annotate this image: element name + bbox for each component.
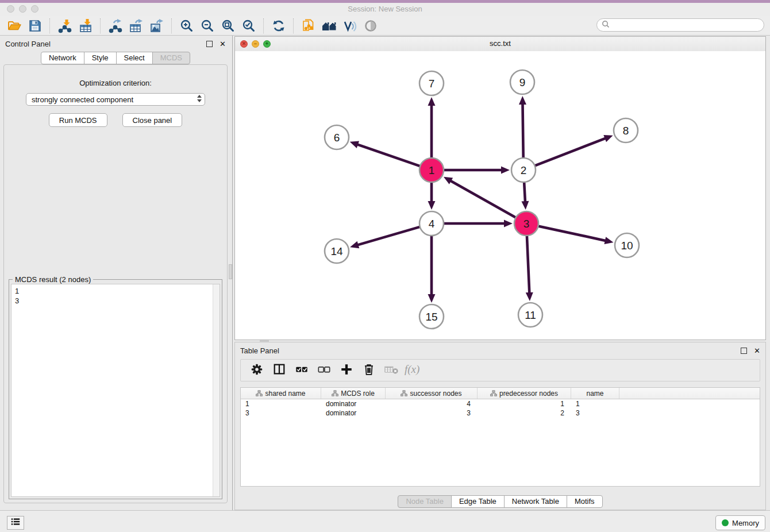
table-cell[interactable]: 1 <box>241 399 321 408</box>
zoom-out-button[interactable] <box>199 18 216 34</box>
table-cell[interactable]: 2 <box>478 408 571 418</box>
panel-divider[interactable] <box>232 36 233 510</box>
add-row-button[interactable] <box>338 363 355 378</box>
tab-style[interactable]: Style <box>84 52 117 64</box>
import-network-button[interactable] <box>56 18 74 34</box>
svg-text:11: 11 <box>525 309 536 321</box>
table-cell[interactable]: 1 <box>571 399 619 408</box>
search-field[interactable] <box>596 18 764 32</box>
table-cell[interactable]: 1 <box>478 399 571 408</box>
column-header-mcds-role[interactable]: MCDS role <box>321 388 386 399</box>
export-image-button[interactable] <box>148 18 165 34</box>
table-cell[interactable]: 3 <box>241 408 321 418</box>
memory-button[interactable]: Memory <box>715 515 765 530</box>
tab-node-table[interactable]: Node Table <box>398 495 452 508</box>
import-table-button[interactable] <box>77 18 94 34</box>
column-header-name[interactable]: name <box>571 388 619 399</box>
network-canvas-svg[interactable]: 7968124314101511 <box>235 51 765 338</box>
graph-edge-1-7[interactable] <box>428 97 436 157</box>
graph-edge-1-6[interactable] <box>350 141 420 166</box>
table-settings-button[interactable] <box>249 363 265 378</box>
deselect-all-button[interactable] <box>316 363 332 378</box>
table-cell[interactable]: dominator <box>321 399 386 408</box>
tab-motifs[interactable]: Motifs <box>567 495 603 508</box>
import-network-icon <box>57 18 72 33</box>
open-folder-icon <box>7 18 22 33</box>
zoom-in-button[interactable] <box>178 18 195 34</box>
graph-node-10[interactable]: 10 <box>615 233 639 257</box>
search-input[interactable] <box>613 21 759 30</box>
float-panel-icon[interactable] <box>206 41 213 47</box>
split-panel-icon <box>272 363 286 379</box>
zoom-fit-button[interactable] <box>220 18 237 34</box>
tree-icon <box>401 390 407 396</box>
tab-network[interactable]: Network <box>41 52 84 64</box>
graph-edge-3-1[interactable] <box>444 177 515 217</box>
close-panel-icon[interactable]: ✕ <box>220 40 226 48</box>
graph-node-11[interactable]: 11 <box>518 303 542 327</box>
graph-node-14[interactable]: 14 <box>325 239 349 263</box>
hide-details-button[interactable] <box>341 18 359 34</box>
graph-node-7[interactable]: 7 <box>419 71 444 95</box>
save-session-button[interactable] <box>26 18 44 34</box>
refresh-button[interactable] <box>270 18 287 34</box>
table-panel-header: Table Panel ✕ <box>235 342 765 358</box>
tab-select[interactable]: Select <box>116 52 153 64</box>
graph-node-8[interactable]: 8 <box>614 118 638 142</box>
column-header-successor-nodes[interactable]: successor nodes <box>386 388 478 399</box>
graph-edge-4-14[interactable] <box>350 227 419 248</box>
table-cell[interactable]: dominator <box>321 408 386 418</box>
new-network-button[interactable] <box>300 18 317 34</box>
select-all-button[interactable] <box>294 363 310 378</box>
table-row[interactable]: 1dominator411 <box>241 399 760 408</box>
toolbar-separator <box>171 18 172 33</box>
graph-edge-4-15[interactable] <box>428 236 436 303</box>
optimization-criterion-dropdown[interactable]: strongly connected component <box>26 93 205 106</box>
graph-node-9[interactable]: 9 <box>510 70 534 94</box>
table-cell[interactable]: 4 <box>386 399 478 408</box>
table-float-icon[interactable] <box>741 348 747 354</box>
graph-node-6[interactable]: 6 <box>325 125 349 149</box>
svg-text:3: 3 <box>523 218 530 230</box>
graph-node-1[interactable]: 1 <box>419 158 444 182</box>
close-panel-button[interactable]: Close panel <box>122 113 183 127</box>
table-row[interactable]: 3dominator323 <box>241 408 760 418</box>
tab-edge-table[interactable]: Edge Table <box>451 495 505 508</box>
task-history-button[interactable] <box>7 516 24 530</box>
eye-button[interactable] <box>362 18 379 34</box>
graph-edge-1-4[interactable] <box>428 183 436 210</box>
table-cell[interactable]: 3 <box>571 408 619 418</box>
graph-node-4[interactable]: 4 <box>419 211 444 236</box>
delete-row-button[interactable] <box>361 363 377 378</box>
zoom-selected-button[interactable] <box>240 18 257 34</box>
graph-edge-3-11[interactable] <box>526 236 533 301</box>
network-canvas[interactable]: 7968124314101511 <box>235 51 765 340</box>
home-button[interactable] <box>321 18 338 34</box>
delete-table-button[interactable] <box>383 363 399 378</box>
network-window-titlebar[interactable]: ✕ − + scc.txt <box>235 37 765 52</box>
run-mcds-button[interactable]: Run MCDS <box>49 113 107 127</box>
open-file-button[interactable] <box>6 18 23 34</box>
optimization-criterion-label: Optimization criterion: <box>4 79 227 87</box>
graph-edge-2-3[interactable] <box>521 183 529 210</box>
table-cell[interactable]: 3 <box>386 408 478 418</box>
function-builder-button[interactable]: f(x) <box>406 363 422 378</box>
column-header-predecessor-nodes[interactable]: predecessor nodes <box>478 388 571 399</box>
column-header-shared-name[interactable]: shared name <box>241 388 321 399</box>
mcds-result-textarea[interactable]: 13 <box>11 284 220 497</box>
graph-edge-1-2[interactable] <box>444 167 510 174</box>
result-scrollbar[interactable] <box>213 284 220 496</box>
tab-mcds[interactable]: MCDS <box>152 52 190 64</box>
graph-node-3[interactable]: 3 <box>514 211 538 236</box>
graph-edge-2-9[interactable] <box>519 96 526 157</box>
export-table-button[interactable] <box>128 18 145 34</box>
table-close-icon[interactable]: ✕ <box>754 347 760 354</box>
graph-edge-4-3[interactable] <box>444 220 513 228</box>
graph-node-15[interactable]: 15 <box>419 304 444 329</box>
tab-network-table[interactable]: Network Table <box>504 495 567 508</box>
split-view-button[interactable] <box>271 363 287 378</box>
graph-edge-2-8[interactable] <box>536 135 613 165</box>
graph-node-2[interactable]: 2 <box>511 158 536 182</box>
graph-edge-3-10[interactable] <box>538 226 613 244</box>
export-network-button[interactable] <box>107 18 124 34</box>
